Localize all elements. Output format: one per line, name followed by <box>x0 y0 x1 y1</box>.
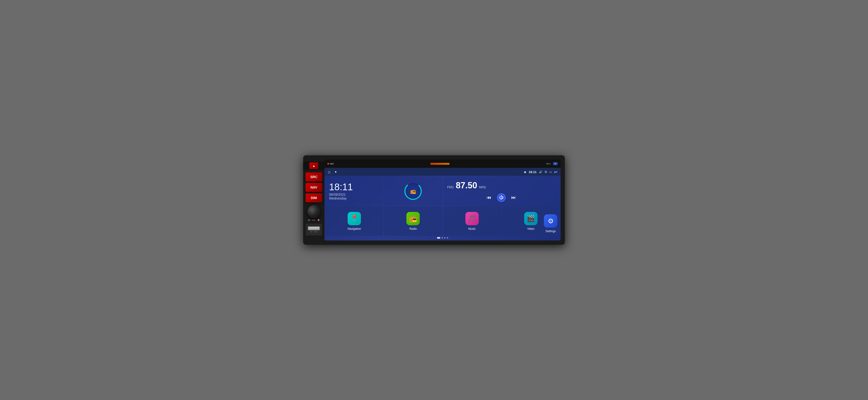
x-status-icon: ☒ <box>545 170 547 174</box>
gps-label: GPS <box>314 231 317 233</box>
fm-channel: FM1 <box>447 185 454 189</box>
top-bar-right: RES IR <box>546 162 558 165</box>
settings-icon: ⚙ <box>544 214 557 228</box>
mute-label[interactable]: 🔇 <box>317 219 320 221</box>
eject-button[interactable]: ▲ <box>309 162 318 169</box>
settings-icon-symbol: ⚙ <box>548 217 554 225</box>
video-label: Video <box>527 227 534 230</box>
knob-labels: ⏻ VOL 🔇 <box>308 219 320 221</box>
radio-circle-svg: 📻 <box>402 180 424 202</box>
page-indicator <box>437 237 448 238</box>
fm-controls: ⏮ ⏻ ⏭ <box>447 193 556 202</box>
clock-time: 18:11 <box>329 182 379 192</box>
fm-frequency: 87.50 <box>456 180 477 191</box>
status-time: 18:11 <box>529 170 536 174</box>
music-icon-symbol: 🎵 <box>468 215 476 222</box>
clock-date: 06/09/2021 <box>329 193 379 196</box>
video-icon: 🎬 <box>524 212 537 225</box>
ir-button[interactable]: IR <box>553 162 558 165</box>
top-strip-left: ▲ <box>303 162 324 170</box>
fm-next-button[interactable]: ⏭ <box>509 193 518 202</box>
page-dot-4[interactable] <box>447 237 448 238</box>
screen-status-icon: ▭ <box>549 170 552 174</box>
mic-text: MIC <box>330 163 334 165</box>
fm-top: FM1 87.50 MHz <box>447 180 556 191</box>
physical-top-bar: MIC RES IR <box>324 160 561 168</box>
fm-unit: MHz <box>479 185 486 189</box>
nav-button[interactable]: NAV <box>306 183 322 192</box>
app-tile-navigation[interactable]: 📍 Navigation <box>325 206 383 236</box>
fm-info-tile[interactable]: FM1 87.50 MHz ⏮ ⏻ ⏭ <box>443 176 560 206</box>
dim-button[interactable]: DIM <box>306 193 322 202</box>
svg-text:📻: 📻 <box>410 188 416 194</box>
status-bar-right: ◉ 18:11 🔊 ☒ ▭ ↩ <box>524 170 557 174</box>
clock-day: Wednesday <box>329 196 379 200</box>
scene: ▲ SRC NAV DIM ⏻ VOL 🔇 SD <box>303 155 565 245</box>
volume-status-icon: 🔊 <box>539 170 542 174</box>
radio-icon: 📻 <box>406 212 420 225</box>
fm-power-button[interactable]: ⏻ <box>497 193 506 202</box>
radio-icon-symbol: 📻 <box>409 215 417 222</box>
res-label[interactable]: RES <box>546 163 551 165</box>
vol-label: VOL <box>312 219 315 221</box>
page-dot-3[interactable] <box>444 237 446 238</box>
led-bar <box>430 163 450 165</box>
music-label: Music <box>468 227 476 230</box>
src-button[interactable]: SRC <box>306 172 322 181</box>
sd-label: SD <box>310 231 313 233</box>
android-status-bar: ⌂ ✦ ◉ 18:11 🔊 ☒ ▭ ↩ <box>324 168 561 176</box>
power-label[interactable]: ⏻ <box>308 219 310 221</box>
settings-label: Settings <box>545 230 556 233</box>
volume-knob-area: ⏻ VOL 🔇 <box>307 205 320 221</box>
clock-tile[interactable]: 18:11 06/09/2021 Wednesday <box>325 176 383 206</box>
page-dot-2[interactable] <box>442 237 443 238</box>
music-icon: 🎵 <box>465 212 479 225</box>
app-tile-settings[interactable]: ⚙ Settings <box>542 212 559 235</box>
radio-label: Radio <box>409 227 417 230</box>
left-panel: ▲ SRC NAV DIM ⏻ VOL 🔇 SD <box>303 160 324 240</box>
home-icon[interactable]: ⌂ <box>328 170 331 174</box>
navigation-icon: 📍 <box>348 212 361 225</box>
gps-status-icon: ◉ <box>524 170 526 174</box>
mic-red-dot <box>328 163 329 165</box>
fm-prev-button[interactable]: ⏮ <box>485 193 493 202</box>
top-bar-left: MIC <box>328 163 334 165</box>
bluetooth-icon: ✦ <box>334 170 337 174</box>
navigation-label: Navigation <box>348 227 361 230</box>
app-tile-music[interactable]: 🎵 Music <box>443 206 501 236</box>
port-labels: SD GPS <box>310 231 318 233</box>
mic-indicator: MIC <box>328 163 334 165</box>
usb-port[interactable] <box>308 226 320 230</box>
display-content: 18:11 06/09/2021 Wednesday <box>324 176 561 240</box>
head-unit: ▲ SRC NAV DIM ⏻ VOL 🔇 SD <box>303 155 565 245</box>
navigation-icon-symbol: 📍 <box>350 215 359 222</box>
app-tile-radio[interactable]: 📻 Radio <box>384 206 442 236</box>
main-grid: 18:11 06/09/2021 Wednesday <box>324 176 561 240</box>
volume-knob[interactable] <box>307 205 320 218</box>
radio-animation-tile[interactable]: 📻 <box>384 176 442 206</box>
status-bar-left: ⌂ ✦ <box>328 170 337 174</box>
screen-area: MIC RES IR ⌂ ✦ ◉ 18:11 🔊 <box>324 160 561 240</box>
video-icon-symbol: 🎬 <box>527 215 535 222</box>
page-dot-1[interactable] <box>437 237 440 238</box>
back-button[interactable]: ↩ <box>554 170 557 174</box>
ports-area: SD GPS <box>306 224 322 235</box>
